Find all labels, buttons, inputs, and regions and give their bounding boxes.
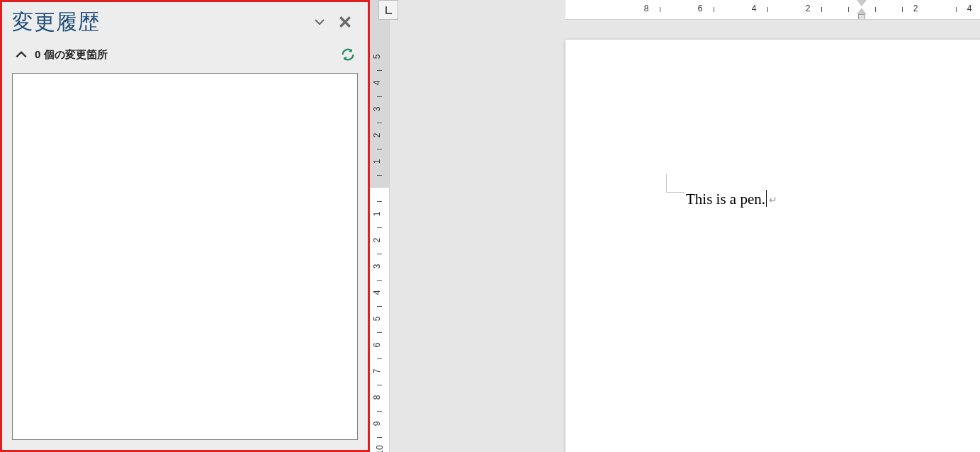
- v-ruler-label: 3: [372, 264, 382, 269]
- pane-title: 変更履歴: [12, 8, 307, 37]
- v-ruler-label: 3: [372, 107, 382, 112]
- v-ruler-label: 7: [372, 369, 382, 374]
- horizontal-ruler[interactable]: 864224681012141618: [565, 0, 980, 20]
- v-ruler-label: 5: [372, 55, 382, 60]
- v-ruler-label: 10: [375, 445, 385, 452]
- pane-subheader: 0 個の変更箇所: [2, 42, 368, 67]
- tab-left-icon: [383, 5, 393, 15]
- v-ruler-label: 2: [372, 133, 382, 138]
- document-area: 5432112345678910 864224681012141618 This…: [370, 0, 980, 452]
- refresh-icon: [340, 47, 356, 62]
- paragraph-mark-icon: ↵: [769, 195, 777, 205]
- v-ruler-label: 9: [372, 422, 382, 426]
- chevron-down-icon: [314, 16, 325, 28]
- h-ruler-label: 2: [913, 4, 918, 13]
- margin-guide: [666, 174, 685, 193]
- v-ruler-label: 5: [372, 317, 382, 322]
- revision-count-label: 0 個の変更箇所: [35, 48, 108, 62]
- v-ruler-label: 6: [372, 343, 382, 348]
- v-ruler-label: 4: [372, 81, 382, 86]
- document-text: This is a pen.: [686, 191, 765, 208]
- close-icon: [339, 16, 351, 28]
- refresh-button[interactable]: [338, 45, 358, 64]
- v-ruler-label: 8: [372, 395, 382, 400]
- chevron-up-icon: [15, 50, 28, 60]
- document-body[interactable]: This is a pen.↵: [686, 190, 777, 208]
- h-ruler-label: 6: [698, 4, 703, 13]
- vertical-ruler[interactable]: 5432112345678910: [370, 0, 390, 452]
- pane-close-button[interactable]: [332, 9, 358, 35]
- revisions-list[interactable]: [12, 73, 358, 440]
- v-ruler-label: 1: [372, 212, 382, 217]
- pane-header: 変更履歴: [2, 2, 368, 42]
- h-ruler-label: 4: [752, 4, 757, 13]
- h-ruler-label: 4: [967, 4, 972, 13]
- text-cursor: [766, 190, 767, 207]
- v-ruler-label: 2: [372, 238, 382, 243]
- h-ruler-label: 8: [644, 4, 649, 13]
- indent-marker[interactable]: [857, 0, 867, 20]
- v-ruler-label: 1: [372, 159, 382, 164]
- collapse-button[interactable]: [12, 45, 30, 64]
- tab-selector[interactable]: [378, 0, 398, 20]
- document-page[interactable]: This is a pen.↵: [565, 40, 980, 452]
- v-ruler-label: 4: [372, 290, 382, 295]
- pane-menu-button[interactable]: [307, 9, 332, 35]
- h-ruler-label: 2: [806, 4, 811, 13]
- revisions-pane: 変更履歴 0 個の変更箇所: [0, 0, 370, 452]
